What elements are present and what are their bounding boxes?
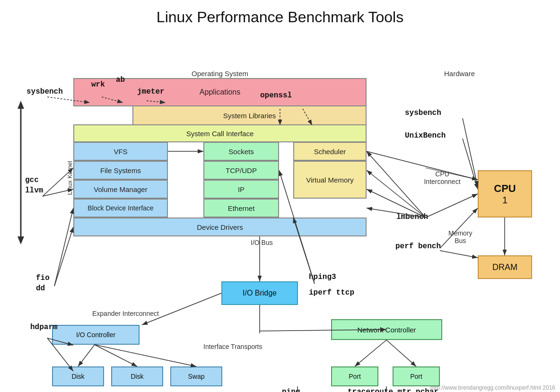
ip-label: IP [238,185,245,193]
svg-marker-6 [18,101,24,109]
tool-wrk: wrk [91,80,105,89]
device-drivers-layer: Device Drivers [73,218,367,236]
ethernet-label: Ethernet [228,204,255,212]
virtual-memory-layer: Virtual Memory [293,161,367,199]
cpu-label: CPU [494,183,516,195]
applications-label: Applications [200,88,240,96]
file-systems-label: File Systems [100,166,141,174]
port2-box: Port [393,366,440,386]
iobus-label: I/O Bus [251,239,273,246]
port2-label: Port [410,373,422,380]
tool-ab: ab [116,76,125,84]
vfs-label: VFS [114,148,127,156]
tool-hdparm: hdparm [30,323,58,331]
expander-interconnect-label: Expander Interconnect [92,310,159,317]
system-call-interface-layer: System Call Interface [73,124,367,142]
tool-lmbench: lmbench [396,213,428,221]
block-device-label: Block Device Interface [88,204,153,212]
svg-line-16 [54,208,73,286]
disk1-box: Disk [52,366,104,386]
disk2-box: Disk [111,366,163,386]
svg-line-39 [386,340,416,366]
tool-unixbench: UnixBench [405,131,446,140]
cpu-box: CPU 1 [478,170,532,218]
tool-ping: ping [282,388,300,392]
svg-line-27 [440,251,478,258]
linux-kernel-label: Linux Kernel [66,161,73,195]
system-libraries-label: System Libraries [223,112,276,120]
tcpudp-label: TCP/UDP [226,166,257,174]
file-systems-layer: File Systems [73,161,168,180]
tool-gcc-llvm: gccllvm [25,175,43,196]
tool-perf-bench: perf bench [395,242,441,251]
url-label: http://www.brendangregg.com/linuxperf.ht… [430,384,555,391]
port1-box: Port [331,366,378,386]
svg-line-35 [95,345,196,366]
iobridge-box: I/O Bridge [221,281,298,305]
swap-box: Swap [170,366,222,386]
iocontroller-label: I/O Controller [76,331,115,339]
dram-label: DRAM [492,262,517,272]
tool-hping3: hping3 [309,273,336,281]
svg-line-25 [426,194,478,218]
svg-marker-7 [18,236,24,244]
network-controller-label: Network Controller [357,326,416,334]
ethernet-layer: Ethernet [203,199,279,218]
page-title: Linux Performance Benchmark Tools [0,0,560,31]
svg-line-15 [54,227,73,286]
system-libraries-layer: System Libraries [132,105,367,125]
dram-box: DRAM [478,255,532,279]
svg-line-38 [355,340,386,366]
disk1-label: Disk [71,373,84,380]
svg-line-32 [142,293,221,325]
tcpudp-layer: TCP/UDP [203,161,279,180]
scheduler-layer: Scheduler [293,142,367,161]
swap-label: Swap [188,373,204,380]
svg-line-34 [95,345,137,366]
network-controller-box: Network Controller [331,319,442,340]
interface-transports-label: Interface Transports [203,343,262,350]
cpu-interconnect-label: CPUInterconnect [411,170,473,185]
tool-sysbench-left: sysbench [26,87,63,96]
device-drivers-label: Device Drivers [197,223,243,231]
tool-openssl: openssl [260,91,292,100]
diagram-container: Operating System Hardware Applications S… [0,31,560,392]
iobridge-label: I/O Bridge [243,289,277,297]
volume-manager-label: Volume Manager [94,185,147,193]
block-device-interface-layer: Block Device Interface [73,199,168,218]
hardware-label: Hardware [444,70,475,78]
sockets-label: Sockets [228,148,254,156]
tool-fio-dd: fiodd [36,273,50,294]
memory-bus-label: MemoryBus [448,229,472,244]
vfs-layer: VFS [73,142,168,161]
cpu-number: 1 [502,195,508,206]
tool-jmeter: jmeter [137,87,165,96]
system-call-label: System Call Interface [186,130,254,138]
iocontroller-box: I/O Controller [52,325,140,345]
port1-label: Port [349,373,361,380]
tool-sysbench-right: sysbench [405,109,441,117]
svg-line-33 [78,345,95,366]
volume-manager-layer: Volume Manager [73,180,168,199]
virtual-memory-label: Virtual Memory [306,176,354,184]
scheduler-label: Scheduler [314,148,346,156]
ip-layer: IP [203,180,279,199]
tool-traceroute: traceroute mtr pchar [348,388,438,392]
sockets-layer: Sockets [203,142,279,161]
tool-iperf-ttcp: iperf ttcp [309,288,354,297]
disk2-label: Disk [131,373,143,380]
